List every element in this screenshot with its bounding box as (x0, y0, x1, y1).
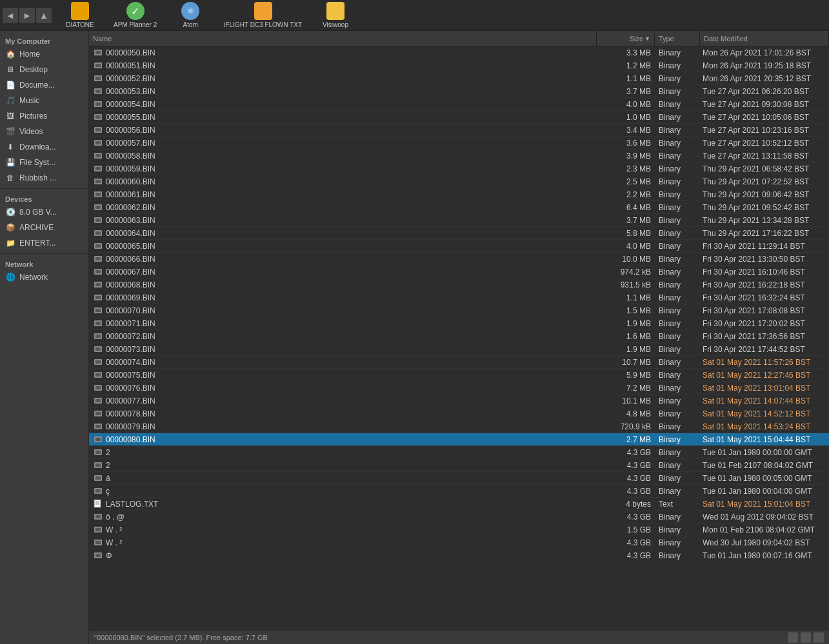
file-name-cell: 00000072.BIN (105, 332, 597, 341)
file-type-cell: Text (655, 500, 700, 509)
table-row[interactable]: 00000058.BIN3.9 MBBinaryTue 27 Apr 2021 … (89, 150, 829, 162)
table-row[interactable]: 00000080.BIN2.7 MBBinarySat 01 May 2021 … (89, 433, 829, 446)
table-row[interactable]: 00000062.BIN6.4 MBBinaryThu 29 Apr 2021 … (89, 201, 829, 214)
file-type-cell: Binary (655, 332, 700, 341)
binary-file-icon (92, 291, 105, 304)
table-row[interactable]: 00000066.BIN10.0 MBBinaryFri 30 Apr 2021… (89, 253, 829, 266)
table-row[interactable]: 00000077.BIN10.1 MBBinarySat 01 May 2021… (89, 395, 829, 407)
table-row[interactable]: ç4.3 GBBinaryTue 01 Jan 1980 00:04:00 GM… (89, 485, 829, 498)
table-row[interactable]: 00000067.BIN974.2 kBBinaryFri 30 Apr 202… (89, 266, 829, 278)
table-row[interactable]: 00000060.BIN2.5 MBBinaryThu 29 Apr 2021 … (89, 175, 829, 188)
table-row[interactable]: 00000052.BIN1.1 MBBinaryMon 26 Apr 2021 … (89, 72, 829, 85)
taskbar-diatone[interactable]: DIATONE (54, 1, 106, 30)
table-row[interactable]: LASTLOG.TXT4 bytesTextSat 01 May 2021 15… (89, 498, 829, 511)
table-row[interactable]: 00000054.BIN4.0 MBBinaryTue 27 Apr 2021 … (89, 98, 829, 111)
file-date-cell: Fri 30 Apr 2021 17:08:08 BST (700, 306, 829, 315)
svg-rect-59 (95, 425, 101, 428)
sidebar-item-desktop[interactable]: 🖥 Desktop (0, 62, 88, 77)
table-row[interactable]: 00000064.BIN5.8 MBBinaryThu 29 Apr 2021 … (89, 227, 829, 240)
view-grid-button[interactable] (801, 632, 811, 643)
sidebar-item-usb[interactable]: 💽 8.0 GB V... (0, 204, 88, 220)
sidebar-music-label: Music (19, 96, 39, 105)
table-row[interactable]: 24.3 GBBinaryTue 01 Feb 2107 08:04:02 GM… (89, 459, 829, 472)
taskbar-visiwoop[interactable]: Visiwoop (310, 1, 361, 30)
sidebar-usb-label: 8.0 GB V... (19, 208, 57, 217)
nav-back-button[interactable]: ◄ (3, 8, 18, 23)
binary-file-icon (92, 382, 105, 395)
sidebar-downloads-label: Downloa... (19, 142, 56, 151)
binary-file-icon (92, 201, 105, 214)
table-row[interactable]: 00000076.BIN7.2 MBBinarySat 01 May 2021 … (89, 382, 829, 395)
file-name-cell: 00000068.BIN (105, 280, 597, 289)
header-size[interactable]: Size ▼ (597, 31, 655, 46)
table-row[interactable]: 00000053.BIN3.7 MBBinaryTue 27 Apr 2021 … (89, 85, 829, 98)
table-row[interactable]: 00000051.BIN1.2 MBBinaryMon 26 Apr 2021 … (89, 59, 829, 72)
taskbar-iflight[interactable]: iFLIGHT DC3 FLOWN TXT (219, 1, 307, 30)
file-name-cell: ç (105, 487, 597, 496)
table-row[interactable]: 00000055.BIN1.0 MBBinaryTue 27 Apr 2021 … (89, 111, 829, 124)
table-row[interactable]: 00000059.BIN2.3 MBBinaryThu 29 Apr 2021 … (89, 162, 829, 175)
table-row[interactable]: 00000071.BIN1.9 MBBinaryFri 30 Apr 2021 … (89, 317, 829, 330)
sidebar-item-rubbish[interactable]: 🗑 Rubbish ... (0, 170, 88, 186)
sidebar-item-videos[interactable]: 🎬 Videos (0, 124, 88, 139)
file-list[interactable]: 00000050.BIN3.3 MBBinaryMon 26 Apr 2021 … (89, 46, 829, 630)
table-row[interactable]: W . ²1.5 GBBinaryMon 01 Feb 2106 08:04:0… (89, 523, 829, 536)
table-row[interactable]: 00000079.BIN720.9 kBBinarySat 01 May 202… (89, 420, 829, 433)
sidebar-item-music[interactable]: 🎵 Music (0, 93, 88, 108)
table-row[interactable]: 00000074.BIN10.7 MBBinarySat 01 May 2021… (89, 356, 829, 369)
sidebar-item-entert[interactable]: 📁 ENTERT... (0, 235, 88, 251)
table-row[interactable]: 00000075.BIN5.9 MBBinarySat 01 May 2021 … (89, 369, 829, 382)
taskbar-apm[interactable]: ✓ APM Planner 2 (108, 1, 162, 30)
file-size-cell: 4.3 GB (597, 461, 655, 470)
table-row[interactable]: 00000078.BIN4.8 MBBinarySat 01 May 2021 … (89, 407, 829, 420)
header-date[interactable]: Date Modified (700, 31, 829, 46)
table-row[interactable]: 00000057.BIN3.6 MBBinaryTue 27 Apr 2021 … (89, 137, 829, 150)
iflight-icon (254, 2, 272, 20)
table-row[interactable]: ô . @4.3 GBBinaryWed 01 Aug 2012 09:04:0… (89, 511, 829, 523)
table-row[interactable]: Φ4.3 GBBinaryTue 01 Jan 1980 00:07:16 GM… (89, 549, 829, 562)
nav-up-button[interactable]: ▲ (36, 8, 52, 23)
table-row[interactable]: 00000056.BIN3.4 MBBinaryTue 27 Apr 2021 … (89, 124, 829, 137)
header-name[interactable]: Name (89, 31, 597, 46)
table-row[interactable]: 00000070.BIN1.5 MBBinaryFri 30 Apr 2021 … (89, 304, 829, 317)
table-row[interactable]: á4.3 GBBinaryTue 01 Jan 1980 00:05:00 GM… (89, 472, 829, 485)
atom-icon: ⚛ (181, 2, 199, 20)
table-row[interactable]: 00000069.BIN1.1 MBBinaryFri 30 Apr 2021 … (89, 291, 829, 304)
table-row[interactable]: W . ²4.3 GBBinaryWed 30 Jul 1980 09:04:0… (89, 536, 829, 549)
sidebar-item-network[interactable]: 🌐 Network (0, 269, 88, 285)
file-name-cell: 00000052.BIN (105, 74, 597, 83)
file-type-cell: Binary (655, 87, 700, 96)
svg-rect-29 (95, 231, 101, 235)
table-row[interactable]: 00000063.BIN3.7 MBBinaryThu 29 Apr 2021 … (89, 214, 829, 227)
sidebar-item-downloads[interactable]: ⬇ Downloa... (0, 139, 88, 155)
sidebar-item-home[interactable]: 🏠 Home (0, 46, 88, 62)
table-row[interactable]: 00000072.BIN1.6 MBBinaryFri 30 Apr 2021 … (89, 330, 829, 343)
file-date-cell: Fri 30 Apr 2021 16:32:24 BST (700, 293, 829, 302)
file-name-cell: 00000066.BIN (105, 255, 597, 264)
videos-icon: 🎬 (5, 126, 15, 137)
table-row[interactable]: 00000050.BIN3.3 MBBinaryMon 26 Apr 2021 … (89, 46, 829, 59)
sidebar-item-archive[interactable]: 📦 ARCHIVE (0, 220, 88, 235)
table-row[interactable]: 00000068.BIN931.5 kBBinaryFri 30 Apr 202… (89, 278, 829, 291)
taskbar-atom[interactable]: ⚛ Atom (165, 1, 216, 30)
sidebar-home-label: Home (19, 50, 40, 59)
sort-arrow-icon: ▼ (644, 35, 650, 42)
svg-rect-37 (95, 283, 101, 286)
table-row[interactable]: 00000061.BIN2.2 MBBinaryThu 29 Apr 2021 … (89, 188, 829, 201)
svg-rect-67 (95, 476, 101, 480)
sidebar-item-pictures[interactable]: 🖼 Pictures (0, 108, 88, 124)
view-details-button[interactable] (814, 632, 824, 643)
sidebar-item-filesystem[interactable]: 💾 File Syst... (0, 155, 88, 170)
binary-file-icon (92, 536, 105, 549)
table-row[interactable]: 00000065.BIN4.0 MBBinaryFri 30 Apr 2021 … (89, 240, 829, 253)
file-name-cell: 00000069.BIN (105, 293, 597, 302)
table-row[interactable]: 24.3 GBBinaryTue 01 Jan 1980 00:00:00 GM… (89, 446, 829, 459)
sidebar-item-documents[interactable]: 📄 Docume... (0, 77, 88, 93)
view-list-button[interactable] (788, 632, 798, 643)
table-row[interactable]: 00000073.BIN1.9 MBBinaryFri 30 Apr 2021 … (89, 343, 829, 356)
nav-forward-button[interactable]: ► (19, 8, 35, 23)
file-size-cell: 3.6 MB (597, 139, 655, 148)
binary-file-icon (92, 459, 105, 472)
header-type[interactable]: Type (655, 31, 700, 46)
status-controls (788, 632, 824, 643)
